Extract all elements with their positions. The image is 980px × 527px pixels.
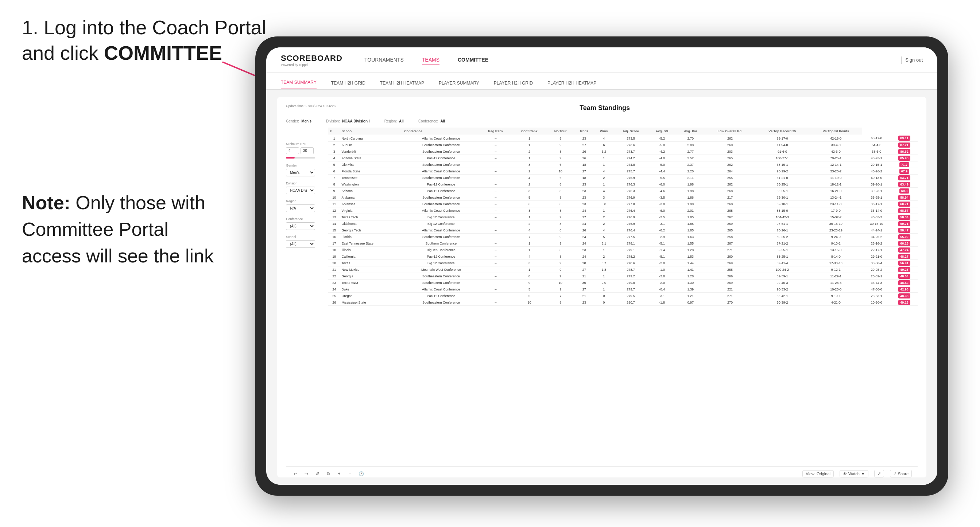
- data-cell: –: [480, 214, 512, 221]
- redo-icon[interactable]: ↪: [303, 470, 310, 478]
- data-cell: 9: [547, 135, 574, 142]
- watch-button[interactable]: 👁 Watch ▼: [840, 470, 869, 478]
- sub-nav-team-summary[interactable]: TEAM SUMMARY: [281, 80, 317, 89]
- filter-gender-label: Gender:: [286, 119, 299, 123]
- data-cell: 6: [512, 201, 547, 207]
- filter-division: Division: NCAA Division I: [326, 119, 370, 123]
- data-cell: -1.0: [648, 267, 676, 273]
- min-rounds-max-input[interactable]: [301, 147, 313, 154]
- data-cell: 21: [574, 273, 594, 279]
- sub-nav-player-h2h-grid[interactable]: PLAYER H2H GRID: [494, 81, 533, 89]
- col-rnds: Rnds: [574, 127, 594, 135]
- slider-track[interactable]: [286, 157, 315, 159]
- data-cell: 38-6-0: [862, 148, 891, 155]
- expand-button[interactable]: ⤢: [874, 470, 884, 478]
- plus-icon[interactable]: +: [336, 470, 343, 478]
- data-cell: 8: [547, 253, 574, 260]
- school-cell: Oregon: [340, 293, 402, 299]
- data-cell: 4: [512, 175, 547, 181]
- sign-out-button[interactable]: Sign out: [905, 57, 923, 63]
- data-cell: 270: [705, 299, 755, 306]
- minus-icon[interactable]: −: [347, 470, 354, 478]
- data-cell: -1.4: [648, 247, 676, 253]
- data-cell: 9: [547, 286, 574, 293]
- filter-region-value: All: [399, 119, 404, 123]
- gender-select[interactable]: Men's: [286, 169, 315, 176]
- data-cell: 1.28: [676, 247, 705, 253]
- data-cell: 273.7: [614, 148, 648, 155]
- region-select[interactable]: N/A: [286, 205, 315, 212]
- vs-top50-cell: 60.3: [891, 188, 918, 194]
- data-cell: 7: [547, 293, 574, 299]
- sub-nav-player-h2h-heatmap[interactable]: PLAYER H2H HEATMAP: [547, 81, 596, 89]
- data-cell: 1.98: [676, 188, 705, 194]
- data-cell: 13-15-0: [810, 247, 862, 253]
- data-cell: 268: [705, 201, 755, 207]
- data-cell: 2.52: [676, 155, 705, 162]
- data-cell: Southeastern Conference: [402, 162, 479, 168]
- data-cell: –: [480, 155, 512, 162]
- data-cell: 275.9: [614, 175, 648, 181]
- data-cell: 2: [512, 148, 547, 155]
- data-cell: 6: [547, 175, 574, 181]
- data-cell: 1: [594, 207, 614, 214]
- data-cell: –: [480, 260, 512, 267]
- data-cell: 277.0: [614, 201, 648, 207]
- school-cell: New Mexico: [340, 267, 402, 273]
- data-cell: 276.4: [614, 227, 648, 233]
- data-cell: 276.4: [614, 207, 648, 214]
- copy-icon[interactable]: ⧉: [325, 470, 332, 478]
- min-rounds-min-input[interactable]: [286, 147, 299, 154]
- filter-division-label: Division:: [326, 119, 340, 123]
- sub-nav-player-summary[interactable]: PLAYER SUMMARY: [439, 81, 479, 89]
- data-cell: 10-30-0: [862, 299, 891, 306]
- data-cell: 59-39-1: [755, 273, 810, 279]
- data-cell: 24: [574, 240, 594, 247]
- school-cell: Arizona: [340, 188, 402, 194]
- data-cell: 44-24-1: [862, 227, 891, 233]
- sub-nav-team-h2h-heatmap[interactable]: TEAM H2H HEATMAP: [380, 81, 424, 89]
- data-cell: 60-39-2: [755, 299, 810, 306]
- data-cell: Atlantic Coast Conference: [402, 168, 479, 175]
- conference-select[interactable]: (All): [286, 222, 315, 230]
- nav-tournaments[interactable]: TOURNAMENTS: [364, 55, 404, 65]
- share-button[interactable]: ↗ Share: [890, 470, 912, 478]
- data-cell: 23-33-1: [862, 293, 891, 299]
- undo-icon[interactable]: ↩: [292, 470, 299, 478]
- data-cell: 8-14-0: [810, 253, 862, 260]
- division-select[interactable]: NCAA Division I: [286, 187, 315, 194]
- data-cell: -5.0: [648, 142, 676, 148]
- data-cell: 3.8: [594, 201, 614, 207]
- data-cell: 8: [547, 194, 574, 201]
- clock-icon[interactable]: 🕐: [358, 470, 365, 478]
- data-cell: 3: [512, 188, 547, 194]
- view-original-button[interactable]: View: Original: [802, 470, 834, 478]
- data-cell: –: [480, 253, 512, 260]
- school-select[interactable]: (All): [286, 240, 315, 248]
- data-cell: 8: [547, 227, 574, 233]
- note-text: Note: Only those with Committee Portal a…: [22, 189, 226, 269]
- data-cell: 28: [574, 260, 594, 267]
- data-cell: 9: [547, 260, 574, 267]
- data-cell: 27: [574, 142, 594, 148]
- data-cell: 29-15-1: [862, 162, 891, 168]
- data-cell: 42-16-0: [810, 135, 862, 142]
- data-cell: 80-25-2: [755, 233, 810, 240]
- data-cell: -4.0: [648, 155, 676, 162]
- vs-top50-cell: 49.13: [891, 299, 918, 306]
- data-cell: Pac-12 Conference: [402, 253, 479, 260]
- data-cell: 267: [705, 240, 755, 247]
- data-cell: 1.30: [676, 279, 705, 286]
- data-cell: -0.4: [648, 286, 676, 293]
- nav-teams[interactable]: TEAMS: [422, 55, 439, 65]
- refresh-icon[interactable]: ↺: [313, 470, 321, 478]
- data-cell: 5: [512, 194, 547, 201]
- rank-cell: 2: [328, 142, 340, 148]
- data-cell: 1: [512, 247, 547, 253]
- table-row: 3VanderbiltSoutheastern Conference–28266…: [328, 148, 918, 155]
- table-row: 26Mississippi StateSoutheastern Conferen…: [328, 299, 918, 306]
- data-cell: -3.1: [648, 293, 676, 299]
- sub-nav-team-h2h-grid[interactable]: TEAM H2H GRID: [331, 81, 366, 89]
- data-cell: -1.8: [648, 299, 676, 306]
- nav-committee[interactable]: COMMITTEE: [458, 55, 488, 65]
